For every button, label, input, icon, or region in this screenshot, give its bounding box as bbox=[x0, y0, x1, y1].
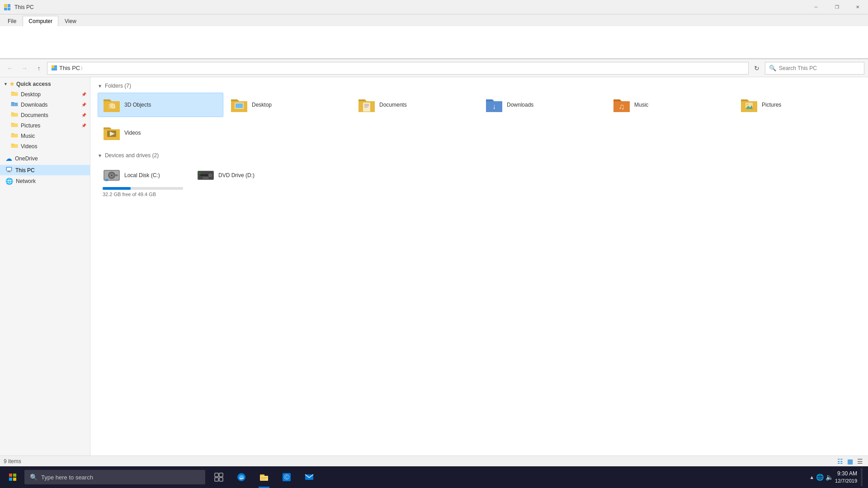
folders-grid: 3D 3D Objects Desktop bbox=[98, 93, 861, 117]
taskbar-fileexplorer[interactable] bbox=[253, 466, 275, 488]
path-separator: 〉 bbox=[81, 66, 82, 71]
sidebar-item-thispc[interactable]: This PC bbox=[0, 165, 90, 175]
thispc-icon bbox=[5, 166, 13, 174]
folder-pictures-label: Pictures bbox=[762, 102, 781, 108]
folder-pictures[interactable]: Pictures bbox=[735, 93, 861, 117]
folder-3dobjects-label: 3D Objects bbox=[124, 102, 151, 108]
folder-3dobjects[interactable]: 3D 3D Objects bbox=[98, 93, 223, 117]
device-top-d: DVD DVD Drive (D:) bbox=[197, 166, 277, 184]
search-icon: 🔍 bbox=[769, 65, 776, 71]
svg-rect-16 bbox=[236, 103, 243, 108]
main-layout: ▼ ★ Quick access Desktop 📌 ↓ Downloads 📌… bbox=[0, 77, 868, 455]
sidebar-label-downloads: Downloads bbox=[21, 102, 47, 108]
device-c-free: 32.2 GB free of 49.4 GB bbox=[103, 192, 183, 197]
taskbar-mail[interactable] bbox=[298, 466, 320, 488]
sidebar-label-desktop: Desktop bbox=[21, 91, 41, 98]
sidebar-item-onedrive[interactable]: ☁ OneDrive bbox=[0, 153, 90, 164]
taskbar-store[interactable]: Ⓒ bbox=[276, 466, 297, 488]
sidebar-item-documents[interactable]: Documents 📌 bbox=[0, 110, 90, 120]
details-view-button[interactable]: ☷ bbox=[835, 457, 844, 466]
documents-folder-icon bbox=[11, 111, 18, 119]
svg-text:♫: ♫ bbox=[618, 102, 625, 111]
device-d-info: DVD Drive (D:) bbox=[218, 172, 255, 178]
taskbar-edge[interactable] bbox=[231, 466, 252, 488]
items-count: 9 items bbox=[4, 458, 21, 465]
tray-icons: ▲ bbox=[809, 474, 814, 480]
music-folder-icon bbox=[11, 132, 18, 140]
up-button[interactable]: ↑ bbox=[33, 62, 45, 75]
folder-icon bbox=[11, 90, 18, 98]
breadcrumb-thispc[interactable]: This PC bbox=[59, 65, 80, 71]
sidebar-item-pictures[interactable]: Pictures 📌 bbox=[0, 120, 90, 131]
tab-file[interactable]: File bbox=[2, 16, 22, 26]
folders-section-header[interactable]: ▼ Folders (7) bbox=[98, 83, 861, 89]
taskbar-clock[interactable]: 9:30 AM 12/7/2019 bbox=[835, 470, 857, 484]
sidebar-item-downloads[interactable]: ↓ Downloads 📌 bbox=[0, 99, 90, 110]
svg-rect-45 bbox=[13, 478, 16, 481]
svg-rect-11 bbox=[8, 171, 10, 172]
sidebar-label-videos: Videos bbox=[21, 143, 37, 150]
folder-desktop-label: Desktop bbox=[252, 102, 272, 108]
taskbar-taskview[interactable] bbox=[208, 466, 230, 488]
devices-section-label: Devices and drives (2) bbox=[105, 152, 159, 159]
tab-computer[interactable]: Computer bbox=[23, 16, 58, 26]
restore-button[interactable]: ❐ bbox=[826, 0, 847, 14]
taskbar: 🔍 Type here to search bbox=[0, 466, 868, 488]
sidebar-label-onedrive: OneDrive bbox=[15, 155, 38, 162]
path-icon bbox=[51, 64, 57, 72]
svg-text:DVD: DVD bbox=[203, 177, 209, 179]
sidebar-item-videos[interactable]: Videos bbox=[0, 141, 90, 151]
tab-view[interactable]: View bbox=[59, 16, 82, 26]
address-path[interactable]: This PC 〉 bbox=[47, 62, 749, 75]
folder-desktop[interactable]: Desktop bbox=[225, 93, 351, 117]
ribbon-content bbox=[0, 26, 868, 59]
svg-text:↓: ↓ bbox=[492, 103, 496, 110]
folders-section-label: Folders (7) bbox=[105, 83, 131, 89]
sidebar-item-music[interactable]: Music bbox=[0, 131, 90, 141]
forward-button[interactable]: → bbox=[18, 62, 31, 75]
show-desktop-button[interactable] bbox=[861, 468, 863, 486]
svg-text:3D: 3D bbox=[108, 103, 115, 110]
network-tray-icon[interactable]: 🌐 bbox=[816, 474, 824, 481]
taskbar-apps: Ⓒ bbox=[208, 466, 320, 488]
svg-rect-44 bbox=[9, 478, 12, 481]
start-button[interactable] bbox=[2, 466, 24, 488]
taskbar-search-box[interactable]: 🔍 Type here to search bbox=[24, 470, 205, 484]
svg-rect-49 bbox=[219, 478, 223, 481]
devices-grid: Local Disk (C:) 32.2 GB free of 49.4 GB bbox=[98, 162, 861, 201]
device-local-c[interactable]: Local Disk (C:) 32.2 GB free of 49.4 GB bbox=[98, 162, 188, 201]
device-c-info: Local Disk (C:) bbox=[124, 172, 160, 178]
quick-access-header[interactable]: ▼ ★ Quick access bbox=[0, 79, 90, 89]
folder-3dobjects-icon: 3D bbox=[103, 97, 121, 113]
sidebar-item-desktop[interactable]: Desktop 📌 bbox=[0, 89, 90, 99]
taskbar-tray: ▲ 🌐 🔈 9:30 AM 12/7/2019 bbox=[806, 468, 866, 486]
minimize-button[interactable]: ─ bbox=[806, 0, 826, 14]
back-button[interactable]: ← bbox=[4, 62, 16, 75]
onedrive-icon: ☁ bbox=[5, 155, 12, 163]
folder-downloads[interactable]: ↓ Downloads bbox=[480, 93, 606, 117]
volume-tray-icon[interactable]: 🔈 bbox=[826, 474, 833, 481]
folder-videos-icon bbox=[103, 125, 121, 141]
svg-rect-52 bbox=[260, 476, 268, 481]
large-icons-view-button[interactable]: ▦ bbox=[845, 457, 854, 466]
device-dvd-d[interactable]: DVD DVD Drive (D:) bbox=[192, 162, 282, 201]
list-view-button[interactable]: ☰ bbox=[855, 457, 864, 466]
svg-rect-1 bbox=[8, 4, 10, 7]
folder-videos[interactable]: Videos bbox=[98, 121, 223, 145]
search-box[interactable]: 🔍 bbox=[765, 62, 864, 75]
refresh-button[interactable]: ↻ bbox=[750, 62, 763, 75]
close-button[interactable]: ✕ bbox=[847, 0, 868, 14]
svg-rect-43 bbox=[13, 474, 16, 477]
svg-rect-12 bbox=[7, 172, 11, 172]
devices-section-header[interactable]: ▼ Devices and drives (2) bbox=[98, 152, 861, 159]
pin-icon-pictures: 📌 bbox=[81, 123, 86, 128]
sidebar-item-network[interactable]: 🌐 Network bbox=[0, 176, 90, 186]
folder-music[interactable]: ♫ Music bbox=[608, 93, 733, 117]
folder-documents-label: Documents bbox=[379, 102, 407, 108]
folder-music-label: Music bbox=[634, 102, 648, 108]
svg-rect-2 bbox=[4, 8, 7, 10]
search-input[interactable] bbox=[779, 65, 860, 71]
svg-point-40 bbox=[199, 173, 201, 174]
sidebar-label-network: Network bbox=[16, 178, 36, 184]
folder-documents[interactable]: Documents bbox=[353, 93, 478, 117]
